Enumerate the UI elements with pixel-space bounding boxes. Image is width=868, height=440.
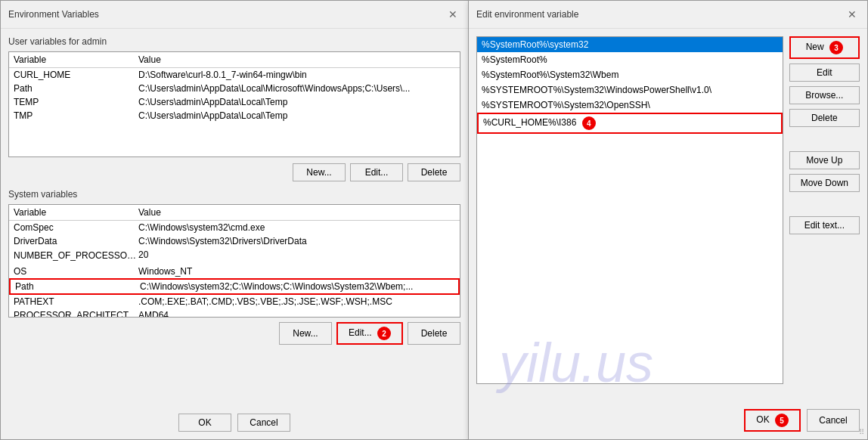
env-dialog-titlebar: Environment Variables ✕ <box>1 1 468 29</box>
user-var-cell: TMP <box>14 110 138 121</box>
system-edit-button[interactable]: Edit... 2 <box>336 322 403 345</box>
system-table-row-path[interactable]: Path C:\Windows\system32;C:\Windows;C:\W… <box>9 278 460 295</box>
system-var-cell: DriverData <box>14 236 138 246</box>
edit-list-item-highlighted[interactable]: %CURL_HOME%\I386 4 <box>477 113 783 134</box>
user-var-col-header: Variable <box>14 54 138 65</box>
system-var-cell: Path <box>15 281 140 292</box>
user-delete-button[interactable]: Delete <box>408 163 460 181</box>
edit-list-item[interactable]: %SystemRoot%\system32 <box>477 37 783 52</box>
env-dialog-close-button[interactable]: ✕ <box>445 7 460 22</box>
system-val-cell: 20 <box>138 249 455 263</box>
edit-list[interactable]: %SystemRoot%\system32 %SystemRoot% %Syst… <box>476 36 783 384</box>
edit-text-button[interactable]: Edit text... <box>789 216 860 234</box>
user-new-button[interactable]: New... <box>293 163 346 181</box>
system-var-cell: PATHEXT <box>14 296 138 307</box>
badge-5: 5 <box>775 414 789 427</box>
edit-list-item[interactable]: %SYSTEMROOT%\System32\WindowsPowerShell\… <box>477 82 783 98</box>
system-table-row[interactable]: ComSpec C:\Windows\system32\cmd.exe <box>9 221 460 234</box>
system-table-row[interactable]: OS Windows_NT <box>9 265 460 278</box>
resize-grip-icon: ⠿ <box>859 428 864 436</box>
system-table-row[interactable]: DriverData C:\Windows\System32\Drivers\D… <box>9 234 460 248</box>
system-var-cell: OS <box>14 266 138 277</box>
user-table-row[interactable]: TMP C:\Users\admin\AppData\Local\Temp <box>9 109 460 122</box>
system-var-cell: NUMBER_OF_PROCESSORS 1 <box>14 249 138 263</box>
user-table-row[interactable]: Path C:\Users\admin\AppData\Local\Micros… <box>9 82 460 95</box>
edit-dialog-title: Edit environment variable <box>476 9 578 20</box>
edit-ok-button[interactable]: OK 5 <box>744 409 801 432</box>
edit-dialog-bottom: OK 5 Cancel <box>469 409 867 432</box>
user-section-label: User variables for admin <box>8 36 460 47</box>
user-var-cell: CURL_HOME <box>14 70 138 80</box>
system-new-button[interactable]: New... <box>279 322 332 345</box>
user-table-row[interactable]: TEMP C:\Users\admin\AppData\Local\Temp <box>9 95 460 109</box>
system-table-row[interactable]: PROCESSOR_ARCHITECTURE AMD64 <box>9 308 460 318</box>
system-table-header: Variable Value <box>9 205 460 221</box>
badge-4: 4 <box>582 116 596 130</box>
system-var-cell: ComSpec <box>14 222 138 233</box>
edit-list-item[interactable]: %SYSTEMROOT%\System32\OpenSSH\ <box>477 98 783 113</box>
user-table-header: Variable Value <box>9 52 460 68</box>
system-delete-button[interactable]: Delete <box>408 322 460 345</box>
edit-list-item[interactable]: %SystemRoot%\System32\Wbem <box>477 67 783 82</box>
env-dialog-body: User variables for admin Variable Value … <box>1 29 468 360</box>
system-val-cell: Windows_NT <box>138 266 455 277</box>
edit-move-down-button[interactable]: Move Down <box>789 174 860 192</box>
user-variables-table: Variable Value CURL_HOME D:\Software\cur… <box>8 51 460 157</box>
user-val-col-header: Value <box>138 54 455 65</box>
system-val-cell: .COM;.EXE;.BAT;.CMD;.VBS;.VBE;.JS;.JSE;.… <box>138 296 455 307</box>
system-var-col-header: Variable <box>14 207 138 218</box>
system-val-cell: AMD64 <box>138 310 455 318</box>
edit-move-up-button[interactable]: Move Up <box>789 151 860 169</box>
system-table-row[interactable]: NUMBER_OF_PROCESSORS 1 20 <box>9 248 460 265</box>
edit-env-dialog: Edit environment variable ✕ yilu.us %Sys… <box>468 0 868 440</box>
system-val-cell: C:\Windows\system32;C:\Windows;C:\Window… <box>140 281 454 292</box>
system-var-cell: PROCESSOR_ARCHITECTURE <box>14 310 138 318</box>
edit-list-item[interactable]: %SystemRoot% <box>477 52 783 67</box>
user-var-cell: Path <box>14 83 138 94</box>
edit-new-button[interactable]: New 3 <box>789 36 860 59</box>
env-dialog-bottom: OK Cancel <box>1 414 468 432</box>
user-var-cell: TEMP <box>14 97 138 107</box>
env-dialog-title: Environment Variables <box>8 9 99 20</box>
system-val-col-header: Value <box>138 207 455 218</box>
env-variables-dialog: Environment Variables ✕ User variables f… <box>0 0 469 440</box>
badge-2: 2 <box>377 327 391 340</box>
edit-edit-button[interactable]: Edit <box>789 64 860 82</box>
user-val-cell: C:\Users\admin\AppData\Local\Microsoft\W… <box>138 83 455 94</box>
user-val-cell: D:\Software\curl-8.0.1_7-win64-mingw\bin <box>138 70 455 80</box>
edit-buttons-col: New 3 Edit Browse... Delete Move Up Move… <box>789 36 860 384</box>
edit-cancel-button[interactable]: Cancel <box>807 409 860 432</box>
edit-browse-button[interactable]: Browse... <box>789 86 860 104</box>
system-variables-table: Variable Value ComSpec C:\Windows\system… <box>8 204 460 318</box>
system-val-cell: C:\Windows\System32\Drivers\DriverData <box>138 236 455 246</box>
user-table-row[interactable]: CURL_HOME D:\Software\curl-8.0.1_7-win64… <box>9 68 460 82</box>
env-cancel-button[interactable]: Cancel <box>237 414 290 432</box>
badge-3: 3 <box>829 41 843 54</box>
system-table-row[interactable]: PATHEXT .COM;.EXE;.BAT;.CMD;.VBS;.VBE;.J… <box>9 295 460 308</box>
user-edit-button[interactable]: Edit... <box>350 163 403 181</box>
system-buttons-row: New... Edit... 2 Delete <box>8 322 460 345</box>
user-buttons-row: New... Edit... Delete <box>8 163 460 181</box>
env-ok-button[interactable]: OK <box>178 414 231 432</box>
edit-list-area: %SystemRoot%\system32 %SystemRoot% %Syst… <box>476 36 783 384</box>
user-val-cell: C:\Users\admin\AppData\Local\Temp <box>138 110 455 121</box>
user-val-cell: C:\Users\admin\AppData\Local\Temp <box>138 97 455 107</box>
edit-dialog-body: %SystemRoot%\system32 %SystemRoot% %Syst… <box>469 29 867 392</box>
edit-dialog-close-button[interactable]: ✕ <box>845 7 860 22</box>
edit-dialog-titlebar: Edit environment variable ✕ <box>469 1 867 29</box>
system-section-label: System variables <box>8 189 460 200</box>
system-val-cell: C:\Windows\system32\cmd.exe <box>138 222 455 233</box>
edit-delete-button[interactable]: Delete <box>789 109 860 127</box>
